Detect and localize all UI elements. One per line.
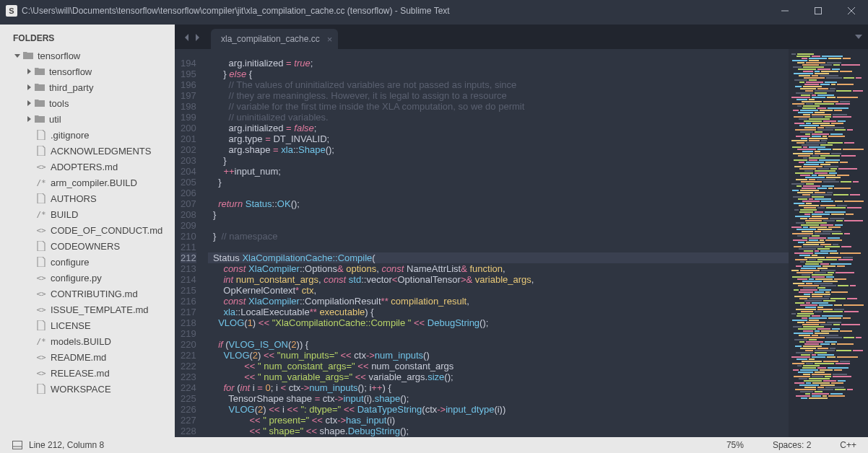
file-item[interactable]: CODEOWNERS xyxy=(0,238,175,254)
file-item[interactable]: AUTHORS xyxy=(0,190,175,206)
line-number[interactable]: 196 xyxy=(181,79,196,90)
minimize-button[interactable] xyxy=(768,0,802,22)
line-number[interactable]: 198 xyxy=(181,101,196,112)
tab-close-button[interactable]: × xyxy=(327,34,333,45)
line-number[interactable]: 219 xyxy=(181,328,196,339)
line-number[interactable]: 197 xyxy=(181,90,196,101)
line-number[interactable]: 194 xyxy=(181,58,196,69)
line-number[interactable]: 216 xyxy=(181,296,196,307)
maximize-button[interactable] xyxy=(802,0,835,22)
code-line[interactable]: xla::LocalExecutable** executable) { xyxy=(208,307,789,317)
file-item[interactable]: /*arm_compiler.BUILD xyxy=(0,175,175,190)
folder-item[interactable]: third_party xyxy=(0,79,175,95)
code-line[interactable]: << " present=" << ctx->has_input(i) xyxy=(208,415,789,426)
code-line[interactable]: for (int i = 0; i < ctx->num_inputs(); i… xyxy=(208,382,789,393)
line-number[interactable]: 207 xyxy=(181,198,196,209)
line-number[interactable]: 214 xyxy=(181,274,196,285)
code-line[interactable]: VLOG(1) << "XlaCompilationCache::Compile… xyxy=(208,317,789,328)
folder-item[interactable]: tools xyxy=(0,95,175,111)
line-number[interactable]: 213 xyxy=(181,263,196,274)
code-text[interactable]: arg.initialized = true; } else { // The … xyxy=(202,49,789,437)
close-button[interactable] xyxy=(835,0,868,22)
code-line[interactable]: // uninitialized variables. xyxy=(208,112,789,123)
line-number[interactable]: 227 xyxy=(181,415,196,426)
file-item[interactable]: LICENSE xyxy=(0,317,175,333)
line-number[interactable]: 206 xyxy=(181,188,196,198)
code-line[interactable] xyxy=(208,242,789,252)
line-number[interactable]: 218 xyxy=(181,317,196,328)
code-line[interactable]: int num_constant_args, const std::vector… xyxy=(208,274,789,285)
code-line[interactable]: << " num_variable_args=" << variable_arg… xyxy=(208,371,789,382)
code-line[interactable]: return Status::OK(); xyxy=(208,198,789,209)
code-line[interactable]: } xyxy=(208,155,789,166)
file-item[interactable]: <>RELEASE.md xyxy=(0,365,175,381)
line-number[interactable]: 199 xyxy=(181,112,196,123)
line-number[interactable]: 203 xyxy=(181,155,196,166)
line-number[interactable]: 221 xyxy=(181,350,196,361)
code-line[interactable]: VLOG(2) << i << ": dtype=" << DataTypeSt… xyxy=(208,404,789,415)
file-item[interactable]: WORKSPACE xyxy=(0,381,175,397)
file-item[interactable]: /*models.BUILD xyxy=(0,333,175,349)
line-number[interactable]: 208 xyxy=(181,209,196,220)
file-item[interactable]: <>ADOPTERS.md xyxy=(0,159,175,175)
folder-item[interactable]: tensorflow xyxy=(0,63,175,79)
code-line[interactable]: // they are meaningless. However, it is … xyxy=(208,90,789,101)
code-line[interactable]: TensorShape shape = ctx->input(i).shape(… xyxy=(208,393,789,404)
tab-overflow-button[interactable] xyxy=(855,30,862,43)
file-item[interactable]: <>CONTRIBUTING.md xyxy=(0,286,175,302)
line-number[interactable]: 195 xyxy=(181,69,196,79)
code-line[interactable]: VLOG(2) << "num_inputs=" << ctx->num_inp… xyxy=(208,350,789,361)
code-line[interactable]: } // namespace xyxy=(208,231,789,242)
code-line[interactable]: } else { xyxy=(208,69,789,79)
code-line[interactable]: } xyxy=(208,177,789,188)
minimap[interactable] xyxy=(789,49,868,437)
code-line[interactable]: arg.shape = xla::Shape(); xyxy=(208,144,789,155)
cursor-position[interactable]: Line 212, Column 8 xyxy=(29,440,104,450)
line-number[interactable]: 211 xyxy=(181,242,196,252)
code-line[interactable] xyxy=(208,220,789,231)
code-line[interactable]: if (VLOG_IS_ON(2)) { xyxy=(208,339,789,350)
nav-forward-button[interactable] xyxy=(192,32,202,45)
indent-setting[interactable]: Spaces: 2 xyxy=(773,440,811,450)
line-number[interactable]: 212 xyxy=(181,252,196,263)
file-item[interactable]: configure xyxy=(0,254,175,270)
code-line[interactable]: arg.initialized = true; xyxy=(208,58,789,69)
line-number[interactable]: 202 xyxy=(181,144,196,155)
folder-root[interactable]: tensorflow xyxy=(0,48,175,63)
code-line[interactable]: Status XlaCompilationCache::Compile( xyxy=(208,252,789,263)
line-number[interactable]: 226 xyxy=(181,404,196,415)
line-number[interactable]: 205 xyxy=(181,177,196,188)
line-number[interactable]: 200 xyxy=(181,123,196,133)
file-item[interactable]: <>ISSUE_TEMPLATE.md xyxy=(0,302,175,317)
zoom-level[interactable]: 75% xyxy=(726,440,744,450)
line-number[interactable]: 217 xyxy=(181,307,196,317)
line-number[interactable]: 204 xyxy=(181,166,196,177)
file-item[interactable]: ACKNOWLEDGMENTS xyxy=(0,143,175,159)
line-number[interactable]: 228 xyxy=(181,426,196,436)
line-number[interactable]: 225 xyxy=(181,393,196,404)
code-line[interactable]: // variable for the first time inside th… xyxy=(208,101,789,112)
nav-back-button[interactable] xyxy=(182,32,192,45)
code-line[interactable]: arg.initialized = false; xyxy=(208,123,789,133)
code-line[interactable]: // The values of uninitialized variables… xyxy=(208,79,789,90)
code-editor[interactable]: 1941951961971981992002012022032042052062… xyxy=(175,49,789,437)
code-line[interactable] xyxy=(208,328,789,339)
file-item[interactable]: .gitignore xyxy=(0,127,175,143)
console-icon[interactable] xyxy=(12,439,23,451)
file-item[interactable]: <>CODE_OF_CONDUCT.md xyxy=(0,222,175,238)
tab-active[interactable]: xla_compilation_cache.cc × xyxy=(211,29,338,49)
code-line[interactable]: OpKernelContext* ctx, xyxy=(208,285,789,296)
file-item[interactable]: /*BUILD xyxy=(0,206,175,222)
file-item[interactable]: <>README.md xyxy=(0,349,175,365)
line-number[interactable]: 220 xyxy=(181,339,196,350)
code-line[interactable] xyxy=(208,188,789,198)
code-line[interactable]: << " num_constant_args=" << num_constant… xyxy=(208,361,789,371)
line-number[interactable]: 222 xyxy=(181,361,196,371)
line-number[interactable]: 209 xyxy=(181,220,196,231)
line-gutter[interactable]: 1941951961971981992002012022032042052062… xyxy=(175,49,202,437)
line-number[interactable]: 215 xyxy=(181,285,196,296)
line-number[interactable]: 223 xyxy=(181,371,196,382)
sidebar[interactable]: FOLDERS tensorflow tensorflowthird_party… xyxy=(0,25,175,437)
line-number[interactable]: 224 xyxy=(181,382,196,393)
folder-item[interactable]: util xyxy=(0,111,175,127)
